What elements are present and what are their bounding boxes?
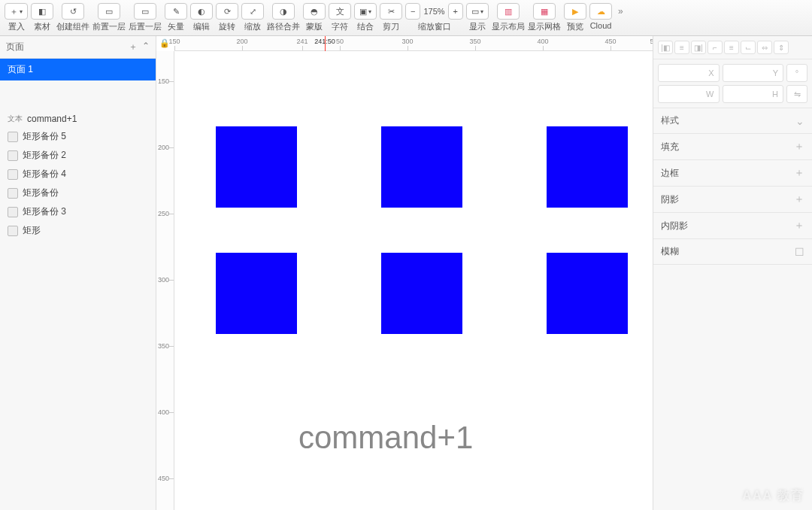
send-backward-button[interactable]: ▭ [134, 3, 156, 20]
flip-button[interactable]: ⇋ [786, 85, 807, 103]
canvas[interactable]: 🔒 241:50 15020024150300350400450500 1502… [156, 36, 653, 510]
add-shadow-icon[interactable]: ＋ [794, 193, 804, 206]
preview-button[interactable]: ▶ [564, 3, 586, 20]
cloud-button[interactable]: ☁ [589, 3, 612, 20]
canvas-text[interactable]: command+1 [298, 420, 473, 456]
scale-button[interactable]: ⤢ [241, 3, 264, 20]
align-right-button[interactable]: ◨| [691, 41, 706, 54]
right-panel: |◧ ≡ ◨| ⌐ ≡ ⌙ ⇔ ⇕ X Y ° W H ⇋ 样式⌄ 填充＋ 边框… [653, 36, 812, 510]
layer-rect-copy-3[interactable]: 矩形备份 3 [0, 202, 156, 221]
show-grid-button[interactable]: ▦ [533, 3, 556, 20]
distribute-v-button[interactable]: ⇕ [774, 41, 789, 54]
bring-forward-button[interactable]: ▭ [98, 3, 120, 20]
angle-input[interactable]: ° [786, 64, 807, 82]
collapse-pages-icon[interactable]: ⌃ [142, 41, 150, 53]
align-bottom-button[interactable]: ⌙ [741, 41, 756, 54]
left-panel: 页面 ＋ ⌃ 页面 1 文本command+1 矩形备份 5 矩形备份 2 矩形… [0, 36, 156, 510]
fill-section[interactable]: 填充＋ [653, 134, 812, 160]
mask-button[interactable]: ◓ [303, 3, 326, 20]
insert-button[interactable]: ＋▾ [5, 3, 28, 20]
y-input[interactable]: Y [723, 64, 784, 82]
watermark: AAA 教育 [742, 488, 804, 504]
blur-section[interactable]: 模糊☐ [653, 239, 812, 265]
path-combine-button[interactable]: ◑ [272, 3, 295, 20]
combine-button[interactable]: ▣▾ [354, 3, 377, 20]
shape-icon [8, 150, 18, 161]
distribute-h-button[interactable]: ⇔ [757, 41, 772, 54]
add-border-icon[interactable]: ＋ [794, 166, 804, 180]
zoom-value: 175% [420, 7, 447, 16]
layer-rect-copy[interactable]: 矩形备份 [0, 184, 156, 202]
layer-rect-copy-5[interactable]: 矩形备份 5 [0, 127, 156, 146]
add-page-icon[interactable]: ＋ [129, 41, 138, 53]
edit-button[interactable]: ◐ [190, 3, 213, 20]
shape-icon [8, 169, 18, 180]
style-section[interactable]: 样式⌄ [653, 108, 812, 134]
toolbar-overflow-icon[interactable]: » [615, 3, 626, 20]
toolbar: ＋▾置入 ◧素材 ↺创建组件 ▭前置一层 ▭后置一层 ✎矢量 ◐编辑 ⟳旋转 ⤢… [0, 0, 812, 36]
shape-icon [8, 207, 18, 217]
rect-3[interactable] [547, 126, 628, 208]
create-symbol-button[interactable]: ↺ [62, 3, 84, 20]
display-button[interactable]: ▭▾ [466, 3, 489, 20]
chevron-down-icon[interactable]: ⌄ [795, 115, 804, 127]
guide-coord: 241:50 [314, 38, 335, 45]
page-item-1[interactable]: 页面 1 [0, 59, 156, 80]
assets-button[interactable]: ◧ [31, 3, 53, 20]
align-row: |◧ ≡ ◨| ⌐ ≡ ⌙ ⇔ ⇕ [653, 36, 812, 59]
align-center-h-button[interactable]: ≡ [674, 41, 689, 54]
text-button[interactable]: 文 [329, 3, 351, 20]
align-center-v-button[interactable]: ≡ [724, 41, 739, 54]
rect-6[interactable] [547, 253, 628, 334]
add-inner-shadow-icon[interactable]: ＋ [794, 219, 804, 232]
zoom-in-button[interactable]: + [448, 3, 463, 20]
pages-label: 页面 [6, 41, 24, 53]
zoom-out-button[interactable]: − [405, 3, 420, 20]
add-fill-icon[interactable]: ＋ [794, 140, 804, 153]
shape-icon [8, 226, 18, 236]
shape-icon [8, 132, 18, 142]
ruler-top: 241:50 15020024150300350400450500 [174, 36, 653, 51]
rect-2[interactable] [381, 126, 462, 208]
rect-4[interactable] [216, 253, 297, 334]
shape-icon [8, 188, 18, 199]
ruler-left: 150200250300350400450500 [156, 51, 174, 510]
w-input[interactable]: W [658, 85, 720, 103]
border-section[interactable]: 边框＋ [653, 160, 812, 187]
h-input[interactable]: H [723, 85, 784, 103]
layer-rect-copy-2[interactable]: 矩形备份 2 [0, 146, 156, 165]
insert-label: 置入 [8, 21, 25, 32]
vector-button[interactable]: ✎ [165, 3, 187, 20]
align-top-button[interactable]: ⌐ [707, 41, 723, 54]
layer-text[interactable]: 文本command+1 [0, 111, 156, 127]
layer-rect[interactable]: 矩形 [0, 221, 156, 240]
rotate-button[interactable]: ⟳ [216, 3, 238, 20]
rect-1[interactable] [216, 126, 297, 208]
scissors-button[interactable]: ✂ [380, 3, 402, 20]
align-left-button[interactable]: |◧ [658, 41, 673, 54]
x-input[interactable]: X [658, 64, 720, 82]
layer-rect-copy-4[interactable]: 矩形备份 4 [0, 165, 156, 184]
show-layout-button[interactable]: ▥ [497, 3, 520, 20]
blur-toggle[interactable]: ☐ [795, 246, 804, 258]
rect-5[interactable] [381, 253, 462, 334]
shadow-section[interactable]: 阴影＋ [653, 187, 812, 213]
artboard[interactable]: command+1 [174, 51, 653, 510]
inner-shadow-section[interactable]: 内阴影＋ [653, 213, 812, 239]
